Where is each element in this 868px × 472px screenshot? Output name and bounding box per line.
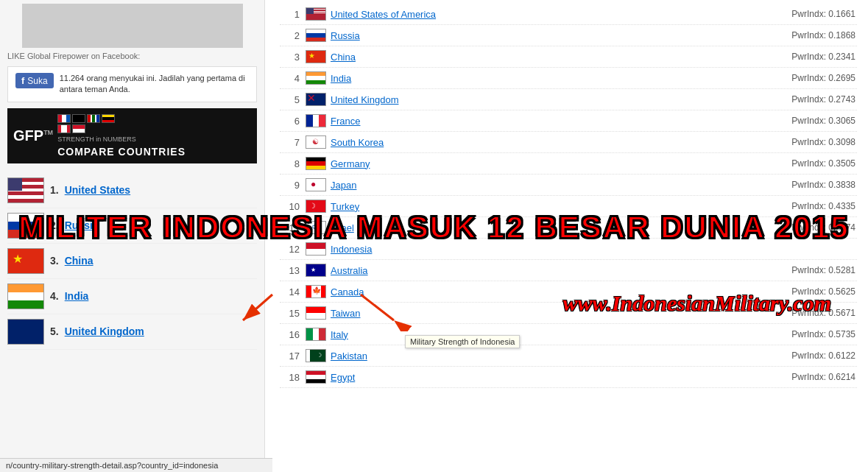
sidebar-rank: 2. <box>50 219 59 231</box>
sidebar-country-link[interactable]: Russia <box>65 219 99 231</box>
rank-number: 1 <box>281 9 300 20</box>
rank-flag <box>306 370 326 384</box>
ranking-row[interactable]: 15 Taiwan PwrIndx: 0.5671 <box>280 303 857 324</box>
rank-number: 3 <box>281 52 300 63</box>
facebook-count-text: 11.264 orang menyukai ini. Jadilah yang … <box>60 73 249 96</box>
rank-flag <box>306 135 326 149</box>
ranking-row[interactable]: 12 Indonesia <box>280 239 857 260</box>
sidebar-rank: 5. <box>50 325 59 337</box>
sidebar-rank: 4. <box>50 290 59 302</box>
sidebar-country-link[interactable]: India <box>65 290 89 302</box>
ranking-row[interactable]: 14 Canada PwrIndx: 0.5625 <box>280 281 857 303</box>
ranking-row[interactable]: 11 Israel PwrIndx: 0.4974 <box>280 217 857 239</box>
rank-score: PwrIndx: 0.2743 <box>760 94 855 105</box>
indonesia-tooltip: Military Strength of Indonesia <box>405 335 520 348</box>
rank-country-link[interactable]: United States of America <box>331 9 760 20</box>
ranking-row[interactable]: 18 Egypt PwrIndx: 0.6214 <box>280 367 857 388</box>
rank-number: 18 <box>281 372 300 383</box>
sidebar-list-item[interactable]: 5. United Kingdom <box>7 314 257 350</box>
rank-score: PwrIndx: 0.4335 <box>760 201 855 211</box>
sidebar-country-list: 1. United States 2. Russia 3. China 4. I… <box>0 169 264 353</box>
rank-country-link[interactable]: Egypt <box>331 372 760 383</box>
rank-score: PwrIndx: 0.2695 <box>760 73 855 83</box>
ranking-row[interactable]: 1 United States of America PwrIndx: 0.16… <box>280 4 857 25</box>
ranking-row[interactable]: 8 Germany PwrIndx: 0.3505 <box>280 153 857 175</box>
rank-country-link[interactable]: Canada <box>331 286 760 297</box>
flag-mini-canada <box>57 124 71 133</box>
rank-country-link[interactable]: France <box>331 116 760 127</box>
rank-country-link[interactable]: United Kingdom <box>331 94 760 105</box>
ranking-row[interactable]: 10 Turkey PwrIndx: 0.4335 <box>280 196 857 217</box>
sidebar-list-item[interactable]: 2. Russia <box>7 208 257 244</box>
ranking-table: 1 United States of America PwrIndx: 0.16… <box>280 4 857 388</box>
ranking-row[interactable]: 16 Italy PwrIndx: 0.5735 <box>280 324 857 345</box>
rank-flag <box>306 7 326 21</box>
gfp-logo-text: GFPTM <box>13 127 53 144</box>
rank-country-link[interactable]: India <box>331 73 760 84</box>
url-text: n/country-military-strength-detail.asp?c… <box>6 461 218 470</box>
like-label: Suka <box>27 76 47 86</box>
flag-mini-malaysia <box>87 114 100 123</box>
ranking-row[interactable]: 9 Japan PwrIndx: 0.3838 <box>280 175 857 196</box>
facebook-box: f Suka 11.264 orang menyukai ini. Jadila… <box>7 66 257 102</box>
ranking-row[interactable]: 6 France PwrIndx: 0.3065 <box>280 110 857 132</box>
ranking-row[interactable]: 7 South Korea PwrIndx: 0.3098 <box>280 132 857 153</box>
gfp-logo: GFPTM <box>13 127 53 144</box>
rank-score: PwrIndx: 0.3098 <box>760 137 855 147</box>
rank-score: PwrIndx: 0.5671 <box>760 308 855 318</box>
rank-country-link[interactable]: Italy <box>331 329 760 340</box>
rank-country-link[interactable]: Germany <box>331 158 760 169</box>
rank-country-link[interactable]: Pakistan <box>331 351 760 362</box>
rank-country-link[interactable]: Taiwan <box>331 308 760 319</box>
rank-country-link[interactable]: China <box>331 52 760 63</box>
rank-number: 16 <box>281 329 300 340</box>
flag-mini-kenya <box>72 114 85 123</box>
rank-number: 8 <box>281 158 300 169</box>
rank-number: 12 <box>281 244 300 255</box>
ranking-row[interactable]: 3 China PwrIndx: 0.2341 <box>280 46 857 68</box>
ranking-row[interactable]: 17 Pakistan PwrIndx: 0.6122 <box>280 345 857 367</box>
rank-score: PwrIndx: 0.1868 <box>760 30 855 40</box>
gfp-banner[interactable]: GFPTM STRENGTH in NUMBERS COMPARE COUNTR… <box>7 108 257 163</box>
rank-score: PwrIndx: 0.4974 <box>760 222 855 233</box>
sidebar-list-item[interactable]: 1. United States <box>7 173 257 208</box>
rank-country-link[interactable]: Israel <box>331 222 760 233</box>
sidebar-country-link[interactable]: United Kingdom <box>65 325 144 337</box>
rank-country-link[interactable]: Australia <box>331 265 760 276</box>
rank-flag <box>306 114 326 127</box>
rank-flag <box>306 29 326 42</box>
rank-number: 9 <box>281 180 300 191</box>
flag-mini-germany <box>102 114 115 123</box>
rank-score: PwrIndx: 0.1661 <box>760 9 855 19</box>
url-bar: n/country-military-strength-detail.asp?c… <box>0 458 272 472</box>
rank-country-link[interactable]: Turkey <box>331 201 760 212</box>
top-banner-image <box>22 4 243 48</box>
rank-country-link[interactable]: Japan <box>331 180 760 191</box>
sidebar-rank: 1. <box>50 184 59 196</box>
facebook-like-button[interactable]: f Suka <box>15 73 54 88</box>
rank-flag <box>306 264 326 277</box>
gfp-info: STRENGTH in NUMBERS COMPARE COUNTRIES <box>57 114 186 158</box>
rank-number: 2 <box>281 30 300 41</box>
rank-number: 4 <box>281 73 300 84</box>
sidebar-list-item[interactable]: 4. India <box>7 279 257 314</box>
ranking-row[interactable]: 4 India PwrIndx: 0.2695 <box>280 68 857 89</box>
ranking-row[interactable]: 2 Russia PwrIndx: 0.1868 <box>280 25 857 46</box>
rank-score: PwrIndx: 0.3838 <box>760 180 855 190</box>
rank-score: PwrIndx: 0.2341 <box>760 52 855 62</box>
sidebar-flag <box>7 213 44 239</box>
rank-flag <box>306 306 326 320</box>
rank-flag <box>306 221 326 234</box>
rank-country-link[interactable]: Russia <box>331 30 760 41</box>
flag-mini-indonesia <box>72 124 85 133</box>
rank-flag <box>306 93 326 106</box>
sidebar-country-link[interactable]: United States <box>65 184 130 196</box>
rank-country-link[interactable]: Indonesia <box>331 244 760 255</box>
sidebar-list-item[interactable]: 3. China <box>7 244 257 279</box>
left-sidebar: LIKE Global Firepower on Facebook: f Suk… <box>0 0 265 472</box>
ranking-row[interactable]: 5 United Kingdom PwrIndx: 0.2743 <box>280 89 857 110</box>
sidebar-country-link[interactable]: China <box>65 255 93 267</box>
ranking-row[interactable]: 13 Australia PwrIndx: 0.5281 <box>280 260 857 281</box>
rank-number: 5 <box>281 94 300 105</box>
rank-country-link[interactable]: South Korea <box>331 137 760 148</box>
